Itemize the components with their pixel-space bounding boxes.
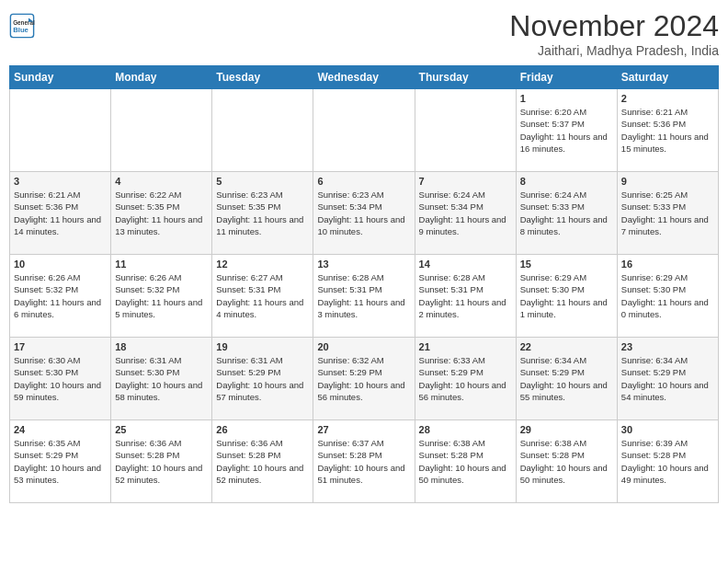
cell-info: Sunrise: 6:23 AM Sunset: 5:34 PM Dayligh… xyxy=(317,189,410,237)
svg-text:General: General xyxy=(13,19,35,26)
day-number: 6 xyxy=(317,176,410,187)
cell-info: Sunrise: 6:34 AM Sunset: 5:29 PM Dayligh… xyxy=(621,354,714,403)
day-number: 15 xyxy=(520,259,613,270)
cell-info: Sunrise: 6:20 AM Sunset: 5:37 PM Dayligh… xyxy=(520,106,613,155)
cell-info: Sunrise: 6:28 AM Sunset: 5:31 PM Dayligh… xyxy=(419,271,512,320)
day-number: 24 xyxy=(14,424,107,435)
calendar-cell: 14Sunrise: 6:28 AM Sunset: 5:31 PM Dayli… xyxy=(415,255,516,338)
weekday-header: Sunday xyxy=(10,66,111,89)
weekday-header: Wednesday xyxy=(313,66,415,89)
calendar-week-row: 1Sunrise: 6:20 AM Sunset: 5:37 PM Daylig… xyxy=(10,89,719,172)
calendar-cell: 20Sunrise: 6:32 AM Sunset: 5:29 PM Dayli… xyxy=(313,338,415,420)
cell-info: Sunrise: 6:36 AM Sunset: 5:28 PM Dayligh… xyxy=(216,437,309,486)
cell-info: Sunrise: 6:28 AM Sunset: 5:31 PM Dayligh… xyxy=(317,271,410,320)
cell-info: Sunrise: 6:33 AM Sunset: 5:29 PM Dayligh… xyxy=(419,354,512,403)
calendar-week-row: 17Sunrise: 6:30 AM Sunset: 5:30 PM Dayli… xyxy=(10,338,719,420)
cell-info: Sunrise: 6:24 AM Sunset: 5:34 PM Dayligh… xyxy=(419,189,512,237)
calendar-cell: 11Sunrise: 6:26 AM Sunset: 5:32 PM Dayli… xyxy=(111,255,212,338)
calendar-week-row: 24Sunrise: 6:35 AM Sunset: 5:29 PM Dayli… xyxy=(10,420,719,503)
day-number: 29 xyxy=(520,424,613,435)
calendar-cell xyxy=(111,89,212,172)
calendar-cell: 2Sunrise: 6:21 AM Sunset: 5:36 PM Daylig… xyxy=(617,89,718,172)
day-number: 12 xyxy=(216,259,309,270)
calendar-cell: 28Sunrise: 6:38 AM Sunset: 5:28 PM Dayli… xyxy=(415,420,516,503)
weekday-header-row: SundayMondayTuesdayWednesdayThursdayFrid… xyxy=(10,66,719,89)
logo: General Blue xyxy=(9,13,35,39)
day-number: 1 xyxy=(520,93,613,104)
day-number: 27 xyxy=(317,424,410,435)
calendar-table: SundayMondayTuesdayWednesdayThursdayFrid… xyxy=(9,65,719,503)
calendar-cell: 8Sunrise: 6:24 AM Sunset: 5:33 PM Daylig… xyxy=(516,172,617,255)
calendar-cell xyxy=(313,89,415,172)
cell-info: Sunrise: 6:37 AM Sunset: 5:28 PM Dayligh… xyxy=(317,437,410,486)
calendar-week-row: 10Sunrise: 6:26 AM Sunset: 5:32 PM Dayli… xyxy=(10,255,719,338)
calendar-cell: 6Sunrise: 6:23 AM Sunset: 5:34 PM Daylig… xyxy=(313,172,415,255)
weekday-header: Monday xyxy=(111,66,212,89)
day-number: 22 xyxy=(520,341,613,352)
day-number: 2 xyxy=(621,93,714,104)
cell-info: Sunrise: 6:30 AM Sunset: 5:30 PM Dayligh… xyxy=(14,354,107,403)
calendar-cell: 29Sunrise: 6:38 AM Sunset: 5:28 PM Dayli… xyxy=(516,420,617,503)
cell-info: Sunrise: 6:34 AM Sunset: 5:29 PM Dayligh… xyxy=(520,354,613,403)
cell-info: Sunrise: 6:39 AM Sunset: 5:28 PM Dayligh… xyxy=(621,437,714,486)
day-number: 18 xyxy=(115,341,208,352)
calendar-week-row: 3Sunrise: 6:21 AM Sunset: 5:36 PM Daylig… xyxy=(10,172,719,255)
day-number: 17 xyxy=(14,341,107,352)
calendar-cell xyxy=(10,89,111,172)
cell-info: Sunrise: 6:38 AM Sunset: 5:28 PM Dayligh… xyxy=(520,437,613,486)
cell-info: Sunrise: 6:31 AM Sunset: 5:29 PM Dayligh… xyxy=(216,354,309,403)
calendar-cell: 1Sunrise: 6:20 AM Sunset: 5:37 PM Daylig… xyxy=(516,89,617,172)
calendar-cell: 17Sunrise: 6:30 AM Sunset: 5:30 PM Dayli… xyxy=(10,338,111,420)
calendar-cell: 13Sunrise: 6:28 AM Sunset: 5:31 PM Dayli… xyxy=(313,255,415,338)
cell-info: Sunrise: 6:21 AM Sunset: 5:36 PM Dayligh… xyxy=(621,106,714,155)
cell-info: Sunrise: 6:21 AM Sunset: 5:36 PM Dayligh… xyxy=(14,189,107,237)
day-number: 20 xyxy=(317,341,410,352)
calendar-cell: 24Sunrise: 6:35 AM Sunset: 5:29 PM Dayli… xyxy=(10,420,111,503)
day-number: 23 xyxy=(621,341,714,352)
day-number: 11 xyxy=(115,259,208,270)
cell-info: Sunrise: 6:36 AM Sunset: 5:28 PM Dayligh… xyxy=(115,437,208,486)
weekday-header: Thursday xyxy=(415,66,516,89)
calendar-cell: 7Sunrise: 6:24 AM Sunset: 5:34 PM Daylig… xyxy=(415,172,516,255)
day-number: 28 xyxy=(419,424,512,435)
cell-info: Sunrise: 6:32 AM Sunset: 5:29 PM Dayligh… xyxy=(317,354,410,403)
day-number: 14 xyxy=(419,259,512,270)
calendar-cell: 19Sunrise: 6:31 AM Sunset: 5:29 PM Dayli… xyxy=(212,338,313,420)
calendar-cell: 5Sunrise: 6:23 AM Sunset: 5:35 PM Daylig… xyxy=(212,172,313,255)
day-number: 13 xyxy=(317,259,410,270)
cell-info: Sunrise: 6:25 AM Sunset: 5:33 PM Dayligh… xyxy=(621,189,714,237)
day-number: 10 xyxy=(14,259,107,270)
day-number: 16 xyxy=(621,259,714,270)
calendar-cell: 27Sunrise: 6:37 AM Sunset: 5:28 PM Dayli… xyxy=(313,420,415,503)
calendar-cell: 4Sunrise: 6:22 AM Sunset: 5:35 PM Daylig… xyxy=(111,172,212,255)
calendar-cell xyxy=(415,89,516,172)
day-number: 30 xyxy=(621,424,714,435)
calendar-cell xyxy=(212,89,313,172)
logo-icon: General Blue xyxy=(9,13,35,39)
cell-info: Sunrise: 6:35 AM Sunset: 5:29 PM Dayligh… xyxy=(14,437,107,486)
calendar-cell: 10Sunrise: 6:26 AM Sunset: 5:32 PM Dayli… xyxy=(10,255,111,338)
day-number: 4 xyxy=(115,176,208,187)
calendar-cell: 22Sunrise: 6:34 AM Sunset: 5:29 PM Dayli… xyxy=(516,338,617,420)
day-number: 8 xyxy=(520,176,613,187)
day-number: 3 xyxy=(14,176,107,187)
calendar-cell: 12Sunrise: 6:27 AM Sunset: 5:31 PM Dayli… xyxy=(212,255,313,338)
calendar-cell: 21Sunrise: 6:33 AM Sunset: 5:29 PM Dayli… xyxy=(415,338,516,420)
cell-info: Sunrise: 6:23 AM Sunset: 5:35 PM Dayligh… xyxy=(216,189,309,237)
subtitle: Jaithari, Madhya Pradesh, India xyxy=(509,43,719,58)
calendar-cell: 9Sunrise: 6:25 AM Sunset: 5:33 PM Daylig… xyxy=(617,172,718,255)
weekday-header: Tuesday xyxy=(212,66,313,89)
calendar-cell: 15Sunrise: 6:29 AM Sunset: 5:30 PM Dayli… xyxy=(516,255,617,338)
day-number: 9 xyxy=(621,176,714,187)
cell-info: Sunrise: 6:31 AM Sunset: 5:30 PM Dayligh… xyxy=(115,354,208,403)
main-title: November 2024 xyxy=(509,9,719,43)
calendar-cell: 25Sunrise: 6:36 AM Sunset: 5:28 PM Dayli… xyxy=(111,420,212,503)
day-number: 19 xyxy=(216,341,309,352)
cell-info: Sunrise: 6:29 AM Sunset: 5:30 PM Dayligh… xyxy=(520,271,613,320)
weekday-header: Friday xyxy=(516,66,617,89)
day-number: 5 xyxy=(216,176,309,187)
cell-info: Sunrise: 6:27 AM Sunset: 5:31 PM Dayligh… xyxy=(216,271,309,320)
calendar-cell: 23Sunrise: 6:34 AM Sunset: 5:29 PM Dayli… xyxy=(617,338,718,420)
calendar-cell: 18Sunrise: 6:31 AM Sunset: 5:30 PM Dayli… xyxy=(111,338,212,420)
weekday-header: Saturday xyxy=(617,66,718,89)
